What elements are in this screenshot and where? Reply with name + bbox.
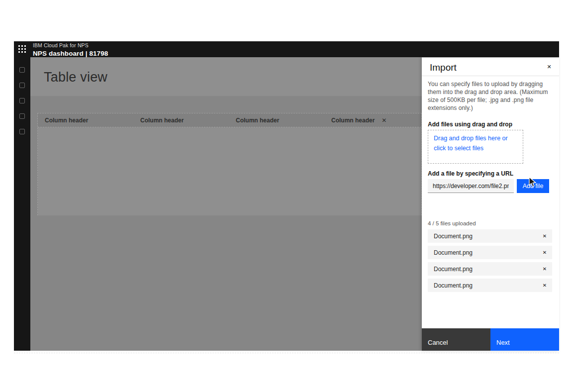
remove-file-button[interactable]: ✕: [537, 279, 552, 292]
close-icon: ✕: [543, 283, 547, 288]
sidebar-item-5[interactable]: [19, 129, 25, 134]
main-content-scrimmed: Table view Column header Column header C…: [30, 57, 422, 351]
column-header-1: Column header: [38, 117, 133, 124]
sidebar-item-2[interactable]: [19, 83, 25, 88]
page: IBM Cloud Pak for NPS NPS dashboard | 81…: [0, 0, 573, 392]
remove-file-button[interactable]: ✕: [537, 229, 552, 243]
table-header-row: Column header Column header Column heade…: [38, 113, 421, 127]
file-item: Document.png ✕: [428, 279, 552, 292]
file-item: Document.png ✕: [428, 229, 552, 243]
close-icon: ✕: [543, 233, 547, 239]
import-panel: Import ✕ You can specify files to upload…: [422, 57, 559, 351]
remove-file-button[interactable]: ✕: [537, 246, 552, 259]
file-url-input[interactable]: [428, 179, 514, 193]
square-placeholder-icon: [19, 129, 25, 134]
app-window: IBM Cloud Pak for NPS NPS dashboard | 81…: [14, 41, 559, 351]
file-name: Document.png: [428, 266, 537, 273]
cancel-button[interactable]: Cancel: [422, 328, 490, 351]
uploaded-file-list: Document.png ✕ Document.png ✕ Document.p…: [428, 229, 552, 292]
square-placeholder-icon: [19, 98, 25, 103]
next-button[interactable]: Next: [490, 328, 559, 351]
left-nav-rail: [14, 57, 30, 351]
header-text-group: IBM Cloud Pak for NPS NPS dashboard | 81…: [33, 43, 108, 57]
sidebar-item-1[interactable]: [19, 67, 25, 73]
url-row: Add file: [428, 179, 552, 193]
header-page-title: NPS dashboard | 81798: [33, 50, 108, 57]
title-band: Table view: [30, 57, 422, 96]
import-panel-title: Import: [430, 62, 457, 73]
add-file-button[interactable]: Add file: [517, 179, 549, 193]
square-placeholder-icon: [19, 113, 25, 119]
file-item: Document.png ✕: [428, 262, 552, 276]
table-body-placeholder: [38, 127, 421, 215]
sidebar-item-4[interactable]: [19, 113, 25, 119]
dropzone-text-line2: click to select files: [434, 145, 523, 152]
file-name: Document.png: [428, 233, 537, 240]
square-placeholder-icon: [19, 67, 25, 73]
drag-drop-label: Add files using drag and drop: [428, 121, 552, 128]
square-placeholder-icon: [19, 83, 25, 88]
panel-footer: Cancel Next: [422, 328, 559, 351]
import-panel-body: You can specify files to upload by dragg…: [422, 76, 559, 292]
remove-file-button[interactable]: ✕: [537, 262, 552, 276]
upload-status: 4 / 5 files uploaded: [428, 220, 552, 226]
file-dropzone[interactable]: Drag and drop files here or click to sel…: [428, 130, 523, 164]
column-header-4: Column header ✕: [324, 117, 420, 124]
panel-close-button[interactable]: ✕: [545, 62, 554, 71]
app-switcher-icon[interactable]: [18, 45, 27, 54]
url-section-label: Add a file by specifying a URL: [428, 170, 552, 177]
file-item: Document.png ✕: [428, 246, 552, 259]
file-name: Document.png: [428, 249, 537, 256]
table-close-icon[interactable]: ✕: [382, 117, 386, 123]
table-placeholder: Column header Column header Column heade…: [37, 113, 422, 215]
import-description: You can specify files to upload by dragg…: [428, 80, 552, 112]
sidebar-item-3[interactable]: [19, 98, 25, 103]
dropzone-text-line1: Drag and drop files here or: [434, 135, 523, 142]
column-header-3: Column header: [229, 117, 324, 124]
close-icon: ✕: [543, 266, 547, 272]
top-header-bar: IBM Cloud Pak for NPS NPS dashboard | 81…: [14, 41, 559, 57]
close-icon: ✕: [547, 64, 551, 70]
import-panel-header: Import ✕: [422, 58, 559, 76]
header-app-name: IBM Cloud Pak for NPS: [33, 43, 108, 48]
page-edge-guide: [14, 353, 559, 353]
file-name: Document.png: [428, 282, 537, 289]
close-icon: ✕: [543, 250, 547, 255]
column-header-2: Column header: [133, 117, 229, 124]
page-title: Table view: [44, 70, 107, 85]
